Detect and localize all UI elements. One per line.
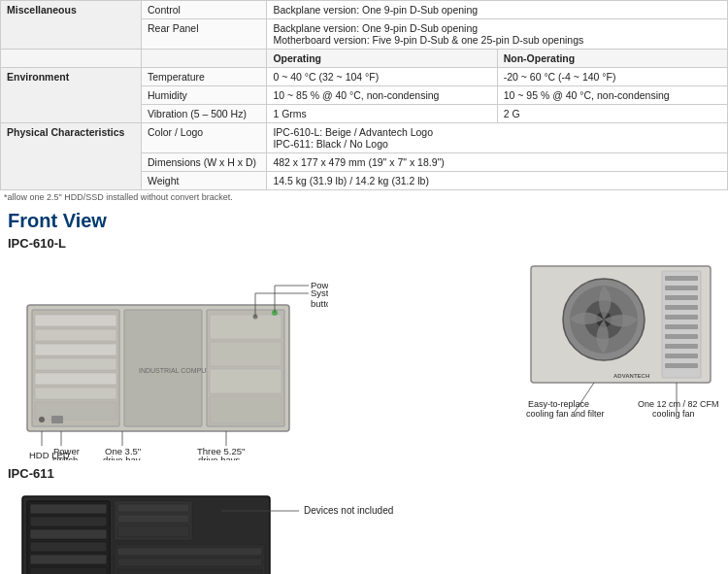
sub-weight: Weight <box>141 172 266 190</box>
value-temperature-nonop: -20 ~ 60 °C (-4 ~ 140 °F) <box>497 68 727 86</box>
specs-table: Miscellaneous Control Backplane version:… <box>0 0 728 190</box>
svg-text:ADVANTECH: ADVANTECH <box>613 373 649 379</box>
sub-vibration: Vibration (5 – 500 Hz) <box>141 105 266 123</box>
value-rear-panel: Backplane version: One 9-pin D-Sub openi… <box>267 19 728 50</box>
sub-rear-panel: Rear Panel <box>141 19 266 50</box>
system-reset-label: System reset <box>311 287 328 298</box>
ipc611-area: IPC-611 <box>8 466 720 574</box>
svg-rect-39 <box>665 324 698 329</box>
svg-rect-60 <box>117 548 262 556</box>
sub-env-blank <box>141 50 266 68</box>
value-vibration-nonop: 2 G <box>497 105 727 123</box>
ipc610-area: INDUSTRIAL COMPUTER Power LED <box>8 256 720 460</box>
category-miscellaneous: Miscellaneous <box>1 1 142 50</box>
svg-rect-38 <box>665 315 698 320</box>
svg-rect-52 <box>30 542 107 552</box>
svg-rect-2 <box>35 315 116 326</box>
ipc610-fan-svg: ADVANTECH Easy-to-replace cooling fan an… <box>526 256 728 460</box>
svg-rect-54 <box>30 567 107 574</box>
system-reset-label2: button <box>311 298 328 309</box>
svg-rect-17 <box>51 416 63 423</box>
table-row: Environment Temperature 0 ~ 40 °C (32 ~ … <box>1 68 728 86</box>
value-humidity-op: 10 ~ 85 % @ 40 °C, non-condensing <box>267 86 497 105</box>
svg-rect-49 <box>30 504 107 514</box>
svg-rect-62 <box>117 569 262 574</box>
fan12cm-label: One 12 cm / 82 CFM <box>638 399 719 409</box>
svg-rect-15 <box>210 396 281 423</box>
ipc610-model-title: IPC-610-L <box>8 236 720 251</box>
svg-rect-7 <box>35 388 116 399</box>
value-control: Backplane version: One 9-pin D-Sub openi… <box>267 1 728 19</box>
front-view-title: Front View <box>8 210 720 232</box>
svg-rect-6 <box>35 373 116 385</box>
svg-rect-36 <box>665 295 698 300</box>
sub-temperature: Temperature <box>141 68 266 86</box>
sub-color-logo: Color / Logo <box>141 123 266 153</box>
value-temperature-op: 0 ~ 40 °C (32 ~ 104 °F) <box>267 68 497 86</box>
value-weight: 14.5 kg (31.9 lb) / 14.2 kg (31.2 lb) <box>267 172 728 190</box>
ipc611-svg: Devices not included <box>8 487 396 574</box>
svg-rect-12 <box>210 315 281 339</box>
svg-rect-51 <box>30 529 107 539</box>
fan12cm-label2: cooling fan <box>652 409 695 419</box>
svg-rect-61 <box>117 558 262 566</box>
svg-rect-57 <box>117 515 189 523</box>
header-operating: Operating <box>267 50 497 68</box>
svg-rect-8 <box>35 402 116 420</box>
drive525-label2: drive bays <box>198 455 241 460</box>
svg-rect-50 <box>30 517 107 526</box>
category-env-blank <box>1 50 142 68</box>
ipc610-right-diagram: ADVANTECH Easy-to-replace cooling fan an… <box>526 256 720 460</box>
svg-rect-4 <box>35 344 116 355</box>
drive35-label2: drive bay <box>103 455 141 460</box>
value-vibration-op: 1 Grms <box>267 105 497 123</box>
svg-rect-41 <box>665 344 698 349</box>
svg-rect-58 <box>117 525 189 537</box>
allow-note: *allow one 2.5" HDD/SSD installed withou… <box>0 190 728 204</box>
devices-not-included-label: Devices not included <box>304 505 393 516</box>
table-row: Physical Characteristics Color / Logo IP… <box>1 123 728 153</box>
svg-rect-35 <box>665 286 698 290</box>
header-nonoperating: Non-Operating <box>497 50 727 68</box>
svg-rect-56 <box>117 504 189 512</box>
sub-dimensions: Dimensions (W x H x D) <box>141 153 266 172</box>
svg-rect-40 <box>665 334 698 339</box>
svg-rect-37 <box>665 305 698 310</box>
svg-rect-42 <box>665 354 698 358</box>
svg-rect-53 <box>30 555 107 564</box>
table-row: Miscellaneous Control Backplane version:… <box>1 1 728 19</box>
value-dimensions: 482 x 177 x 479 mm (19" x 7" x 18.9") <box>267 153 728 172</box>
svg-rect-34 <box>665 276 698 281</box>
front-view-section: Front View IPC-610-L INDUSTRIAL COMPUTER <box>0 204 728 574</box>
power-switch-label2: switch <box>52 455 78 460</box>
ipc611-diagram: Devices not included <box>8 487 720 574</box>
svg-rect-3 <box>35 329 116 341</box>
ipc610-left-diagram: INDUSTRIAL COMPUTER Power LED <box>8 256 516 460</box>
svg-rect-13 <box>210 342 281 366</box>
category-environment: Environment <box>1 68 142 123</box>
table-row-env-header: Operating Non-Operating <box>1 50 728 68</box>
value-humidity-nonop: 10 ~ 95 % @ 40 °C, non-condensing <box>497 86 727 105</box>
fan-filter-label: Easy-to-replace <box>528 399 589 409</box>
value-color-logo: IPC-610-L: Beige / Advantech Logo IPC-61… <box>267 123 728 153</box>
svg-rect-43 <box>665 363 698 368</box>
ipc611-model-title: IPC-611 <box>8 466 720 481</box>
svg-point-16 <box>39 417 45 422</box>
ipc610-svg: INDUSTRIAL COMPUTER Power LED <box>8 256 328 460</box>
sub-humidity: Humidity <box>141 86 266 105</box>
sub-control: Control <box>141 1 266 19</box>
svg-rect-5 <box>35 358 116 370</box>
fan-filter-label2: cooling fan and filter <box>526 409 605 419</box>
category-physical: Physical Characteristics <box>1 123 142 190</box>
svg-rect-14 <box>210 369 281 393</box>
